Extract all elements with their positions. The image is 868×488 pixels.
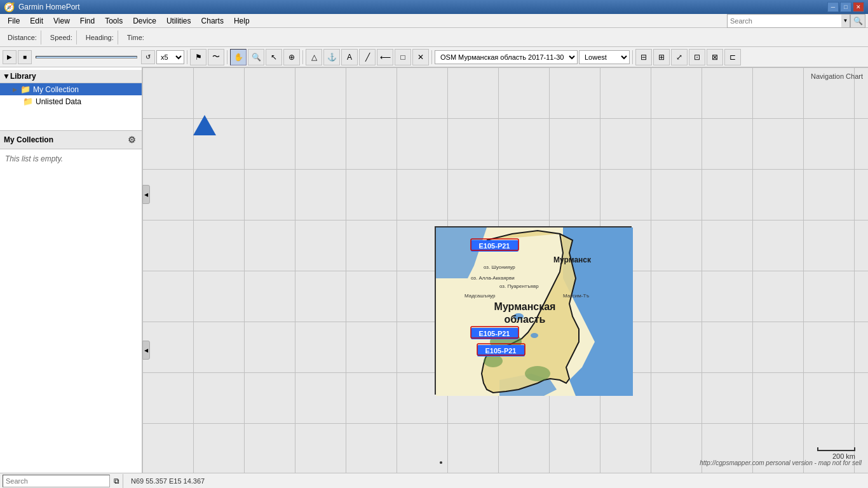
anchor-tool[interactable]: ⚓: [323, 49, 340, 65]
svg-text:область: область: [505, 314, 546, 325]
menu-device[interactable]: Device: [128, 14, 161, 27]
coordinates-display: N69 55.357 E15 14.367: [131, 477, 205, 485]
maximize-button[interactable]: □: [840, 2, 851, 12]
menu-view[interactable]: View: [48, 14, 75, 27]
delete-tool[interactable]: ✕: [412, 49, 429, 65]
collection-panel: My Collection ⚙ This list is empty.: [0, 131, 142, 473]
tree-item-unlisted[interactable]: 📁 Unlisted Data: [0, 95, 142, 107]
svg-text:E105-P21: E105-P21: [479, 242, 510, 250]
main-area: ▼ Library ▶ 📁 My Collection 📁 Unlisted D…: [0, 67, 868, 473]
search-input[interactable]: [727, 14, 841, 28]
tree-item-collection[interactable]: ▶ 📁 My Collection: [0, 83, 142, 95]
library-title: Library: [10, 72, 36, 81]
sep2: [76, 30, 77, 44]
menu-file[interactable]: File: [3, 14, 25, 27]
minimize-button[interactable]: ─: [827, 2, 839, 12]
collection-label: My Collection: [33, 85, 79, 94]
tool-extra3[interactable]: ⤢: [671, 49, 688, 65]
tool-extra1[interactable]: ⊟: [635, 49, 652, 65]
line-tool[interactable]: ╱: [359, 49, 376, 65]
search-button[interactable]: 🔍: [850, 14, 865, 28]
sep6: [302, 50, 303, 64]
menu-edit[interactable]: Edit: [25, 14, 48, 27]
status-search-area: ⧉: [3, 474, 123, 488]
speed-label: Speed:: [50, 34, 72, 41]
titlebar: 🧭 Garmin HomePort ─ □ ✕: [0, 0, 868, 14]
svg-text:E105-P21: E105-P21: [485, 347, 517, 355]
menu-charts[interactable]: Charts: [196, 14, 229, 27]
stop-button[interactable]: ■: [18, 50, 32, 64]
tool-extra2[interactable]: ⊞: [653, 49, 670, 65]
sep7: [431, 50, 432, 64]
measure-tool[interactable]: ⊕: [283, 49, 300, 65]
distance-label: Distance:: [8, 34, 37, 41]
collection-header-title: My Collection: [4, 135, 53, 144]
menu-find[interactable]: Find: [75, 14, 100, 27]
map-copyright: http://cgpsmapper.com personal version -…: [700, 459, 862, 466]
panel-collapse-top[interactable]: ◀: [142, 185, 150, 204]
sep8: [632, 50, 633, 64]
svg-text:оз. Пуарентъявр: оз. Пуарентъявр: [499, 283, 539, 289]
map-dot: [440, 461, 442, 464]
statusbar: ⧉ N69 55.357 E15 14.367: [0, 473, 868, 488]
menubar: File Edit View Find Tools Device Utiliti…: [0, 14, 868, 28]
search-dropdown-btn[interactable]: ▼: [841, 14, 850, 28]
tool-extra6[interactable]: ⊏: [724, 49, 741, 65]
playback-slider[interactable]: [36, 56, 137, 58]
vessel-marker: [193, 115, 216, 135]
map-select[interactable]: OSM Мурманская область 2017-11-30: [435, 50, 578, 64]
window-controls: ─ □ ✕: [827, 2, 864, 12]
heading-label: Heading:: [86, 34, 114, 41]
map-inset[interactable]: E105-P21 E105-P21 E105-P21 Мурманск Мурм…: [435, 226, 632, 395]
toolbar2: ▶ ■ ↺ x5 x1 x2 x5 x10 x20 ⚑ 〜 ✋ 🔍 ↖ ⊕ △ …: [0, 47, 868, 67]
scale-text: 200 km: [832, 452, 855, 460]
zoom-tool[interactable]: 🔍: [248, 49, 264, 65]
svg-text:E105-P21: E105-P21: [479, 330, 510, 337]
rewind-button[interactable]: ↺: [141, 50, 155, 64]
status-filter-button[interactable]: ⧉: [110, 475, 123, 487]
collection-folder-icon: 📁: [20, 85, 31, 94]
svg-text:Мурманск: Мурманск: [553, 255, 592, 264]
search-container: ▼ 🔍: [727, 14, 865, 28]
track-btn[interactable]: 〜: [208, 49, 224, 65]
svg-point-5: [531, 333, 538, 338]
sep1: [41, 30, 41, 44]
quality-select[interactable]: Lowest Low Normal High Highest: [579, 50, 630, 64]
app-icon: 🧭: [4, 2, 15, 12]
select-tool[interactable]: ↖: [266, 49, 282, 65]
status-search-input[interactable]: [3, 475, 110, 487]
app-title: Garmin HomePort: [18, 3, 827, 11]
speed-select[interactable]: x5 x1 x2 x5 x10 x20: [156, 50, 184, 64]
unlisted-label: Unlisted Data: [36, 97, 81, 106]
library-tree: ▼ Library ▶ 📁 My Collection 📁 Unlisted D…: [0, 67, 142, 131]
svg-text:Максим-Тъ: Максим-Тъ: [563, 293, 589, 299]
svg-point-2: [525, 366, 550, 381]
close-button[interactable]: ✕: [853, 2, 864, 12]
collection-expand: ▶: [13, 86, 20, 93]
murmansk-map-svg: E105-P21 E105-P21 E105-P21 Мурманск Мурм…: [436, 227, 633, 396]
time-label: Time:: [127, 34, 144, 41]
route-tool[interactable]: △: [306, 49, 322, 65]
menu-help[interactable]: Help: [229, 14, 255, 27]
area-tool[interactable]: □: [395, 49, 411, 65]
pan-tool[interactable]: ✋: [230, 49, 247, 65]
library-arrow: ▼: [3, 72, 10, 81]
svg-text:оз. Шуонияур: оз. Шуонияур: [484, 264, 515, 270]
sep3: [118, 30, 118, 44]
text-tool[interactable]: A: [341, 49, 358, 65]
play-button[interactable]: ▶: [3, 50, 17, 64]
map-area[interactable]: Navigation Chart: [142, 67, 868, 473]
toolbar1: Distance: Speed: Heading: Time:: [0, 28, 868, 47]
collection-settings-button[interactable]: ⚙: [125, 133, 138, 146]
panel-collapse-bottom[interactable]: ◀: [142, 341, 150, 360]
collection-header: My Collection ⚙: [0, 131, 142, 149]
menu-tools[interactable]: Tools: [100, 14, 128, 27]
waypoint-btn[interactable]: ⚑: [190, 49, 207, 65]
library-header[interactable]: ▼ Library: [0, 70, 142, 83]
sep5: [227, 50, 227, 64]
tool-extra5[interactable]: ⊠: [707, 49, 723, 65]
menu-utilities[interactable]: Utilities: [161, 14, 196, 27]
tool-extra4[interactable]: ⊡: [689, 49, 705, 65]
collection-empty-text: This list is empty.: [5, 154, 63, 163]
ruler-tool[interactable]: ⟵: [377, 49, 393, 65]
